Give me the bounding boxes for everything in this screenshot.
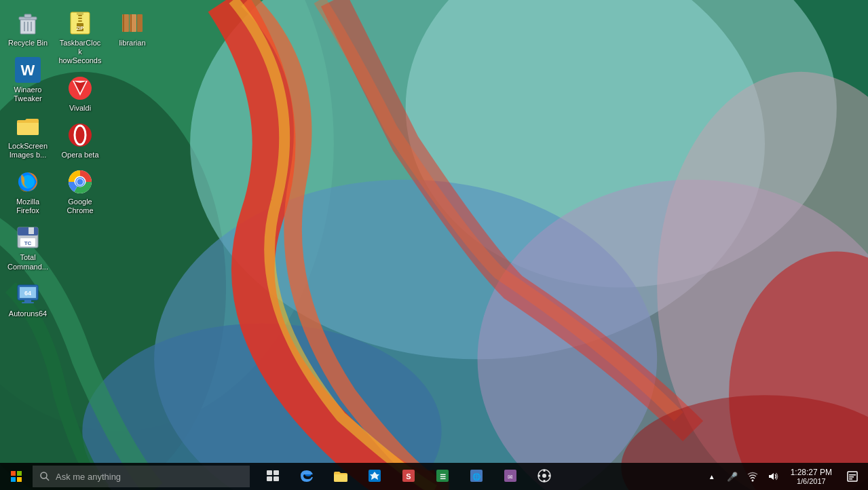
store-button[interactable] (358, 463, 391, 490)
svg-point-8 (657, 72, 868, 490)
svg-text:🌐: 🌐 (472, 472, 481, 481)
search-bar[interactable]: Ask me anything (33, 466, 250, 487)
svg-rect-48 (123, 14, 124, 32)
desktop-icon-vivaldi[interactable]: Vivaldi (56, 72, 105, 115)
icon-column-3: librarian (108, 7, 157, 50)
svg-point-71 (751, 480, 753, 482)
totalcmd-label: Total Command... (6, 253, 50, 271)
desktop-icon-librarian[interactable]: librarian (108, 7, 157, 50)
app10-button[interactable] (528, 463, 561, 490)
desktop-icon-winaero[interactable]: W Winaero Tweaker (3, 54, 52, 106)
taskbar-tray: ▲ 🎤 1 (702, 463, 868, 490)
winaero-label: Winaero Tweaker (6, 86, 50, 103)
svg-text:TC: TC (24, 240, 32, 246)
svg-rect-74 (849, 476, 854, 478)
svg-rect-70 (548, 475, 550, 477)
file-explorer-button[interactable] (324, 463, 357, 490)
svg-rect-34 (78, 18, 82, 19)
svg-point-7 (478, 180, 868, 490)
librarian-label: librarian (119, 39, 145, 48)
svg-rect-52 (267, 470, 272, 475)
desktop: Recycle Bin W Winaero Tweaker (0, 0, 868, 490)
svg-rect-23 (29, 227, 34, 234)
svg-text:☰: ☰ (440, 473, 446, 480)
svg-point-66 (542, 474, 546, 478)
desktop-icon-totalcmd[interactable]: TC Total Command... (3, 221, 52, 274)
windows-logo-icon (11, 471, 22, 482)
svg-rect-13 (24, 14, 31, 18)
desktop-icon-taskbarclock[interactable]: ZIP TaskbarClock howSeconds (56, 7, 105, 69)
svg-text:✉: ✉ (508, 474, 513, 480)
microphone-icon[interactable]: 🎤 (723, 463, 742, 490)
svg-rect-73 (849, 474, 856, 476)
svg-line-51 (46, 478, 49, 480)
svg-text:64: 64 (24, 290, 31, 297)
recycle-bin-label: Recycle Bin (8, 39, 48, 48)
app9-button[interactable]: ✉ (494, 463, 527, 490)
svg-rect-75 (849, 478, 852, 480)
svg-rect-33 (78, 15, 82, 16)
svg-rect-68 (544, 480, 546, 482)
volume-icon[interactable] (763, 463, 782, 490)
svg-point-9 (729, 252, 868, 490)
icon-column-2: ZIP TaskbarClock howSeconds Vivaldi (56, 7, 105, 218)
clock-time: 1:28:27 PM (791, 468, 832, 477)
icon-column-1: Recycle Bin W Winaero Tweaker (3, 7, 52, 321)
tray-overflow-button[interactable]: ▲ (702, 463, 721, 490)
svg-rect-69 (538, 475, 540, 477)
opera-label: Opera beta (61, 151, 98, 159)
desktop-icon-lockscreen[interactable]: LockScreen Images b... (3, 110, 52, 162)
desktop-icon-chrome[interactable]: Google Chrome (56, 166, 105, 218)
svg-rect-32 (77, 12, 83, 15)
lockscreen-label: LockScreen Images b... (6, 142, 50, 159)
svg-point-39 (69, 124, 92, 147)
svg-rect-47 (137, 14, 143, 32)
firefox-label: Mozilla Firefox (6, 197, 50, 215)
svg-point-44 (77, 178, 83, 185)
taskbarclock-label: TaskbarClock howSeconds (58, 39, 102, 66)
app8-button[interactable]: 🌐 (460, 463, 493, 490)
task-view-button[interactable] (257, 463, 289, 490)
autoruns-label: Autoruns64 (9, 309, 47, 318)
desktop-icon-autoruns[interactable]: 64 Autoruns64 (3, 278, 52, 321)
vivaldi-label: Vivaldi (69, 104, 91, 113)
svg-text:W: W (21, 62, 35, 79)
start-button[interactable] (0, 463, 33, 490)
desktop-icons: Recycle Bin W Winaero Tweaker (3, 7, 157, 321)
network-icon[interactable] (743, 463, 762, 490)
svg-text:ZIP: ZIP (77, 26, 84, 31)
chrome-label: Google Chrome (58, 197, 102, 215)
svg-point-3 (190, 0, 765, 359)
notification-center-button[interactable] (840, 463, 865, 490)
clock[interactable]: 1:28:27 PM 1/6/2017 (784, 463, 839, 490)
svg-rect-29 (22, 302, 34, 303)
svg-point-4 (406, 0, 837, 287)
app7-button[interactable]: ☰ (426, 463, 459, 490)
search-icon (39, 471, 50, 482)
svg-point-50 (41, 472, 47, 478)
svg-rect-49 (130, 14, 132, 32)
desktop-icon-firefox[interactable]: Mozilla Firefox (3, 166, 52, 218)
search-placeholder: Ask me anything (56, 472, 121, 482)
svg-rect-22 (18, 227, 38, 235)
clock-date: 1/6/2017 (797, 477, 826, 485)
taskbar-apps: S ☰ 🌐 ✉ (257, 463, 561, 490)
desktop-icon-opera[interactable]: Opera beta (56, 119, 105, 162)
svg-rect-53 (273, 470, 279, 475)
taskbar: Ask me anything (0, 463, 868, 490)
edge-button[interactable] (290, 463, 323, 490)
svg-rect-67 (544, 470, 546, 472)
svg-rect-54 (267, 476, 272, 481)
app6-button[interactable]: S (392, 463, 425, 490)
svg-rect-55 (273, 476, 279, 481)
desktop-icon-recycle-bin[interactable]: Recycle Bin (3, 7, 52, 50)
svg-rect-35 (78, 20, 82, 22)
svg-text:S: S (406, 472, 411, 480)
svg-point-5 (154, 180, 657, 490)
